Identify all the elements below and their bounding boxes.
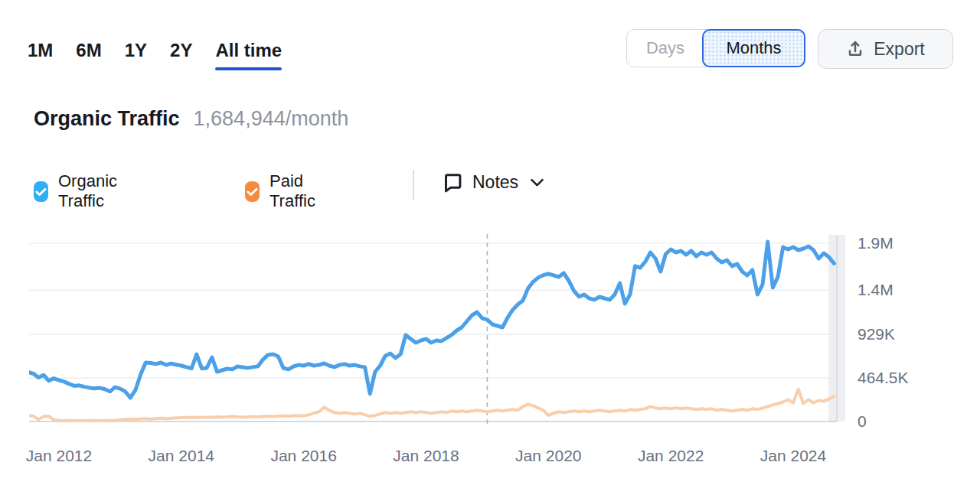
checkmark-icon <box>245 184 260 199</box>
tab-all-time[interactable]: All time <box>215 40 282 70</box>
y-axis-label: 929K <box>858 325 895 343</box>
days-toggle-button[interactable]: Days <box>627 30 704 66</box>
x-axis-label: Jan 2014 <box>149 447 214 465</box>
organic-traffic-toggle[interactable]: Organic Traffic <box>34 171 123 211</box>
metric-title: Organic Traffic <box>34 107 180 131</box>
x-axis-label: Jan 2020 <box>515 447 581 465</box>
notes-dropdown[interactable]: Notes <box>441 171 545 194</box>
export-button[interactable]: Export <box>818 29 953 69</box>
organic-legend-label: Organic Traffic <box>58 171 123 211</box>
export-button-label: Export <box>874 39 924 60</box>
granularity-toggle: Days Months <box>626 29 805 67</box>
tab-2y[interactable]: 2Y <box>170 40 192 70</box>
x-axis-label: Jan 2016 <box>270 447 336 465</box>
speech-bubble-icon <box>441 171 463 194</box>
x-axis-label: Jan 2018 <box>393 447 459 465</box>
paid-checkbox[interactable] <box>245 181 260 202</box>
y-axis-label: 0 <box>858 412 867 431</box>
x-axis-label: Jan 2024 <box>760 447 826 465</box>
y-axis-label: 1.4M <box>858 281 893 299</box>
legend-divider <box>413 170 414 200</box>
organic-checkbox[interactable] <box>34 181 48 202</box>
checkmark-icon <box>34 184 48 199</box>
paid-legend-label: Paid Traffic <box>270 171 322 211</box>
organic-traffic-widget: 1M 6M 1Y 2Y All time Days Months Export … <box>0 0 980 498</box>
y-axis-label: 1.9M <box>858 234 893 252</box>
paid-traffic-toggle[interactable]: Paid Traffic <box>245 171 322 211</box>
y-axis-label: 464.5K <box>858 369 909 387</box>
metric-value: 1,684,944/month <box>194 107 349 131</box>
chevron-down-icon <box>529 177 545 188</box>
tab-1y[interactable]: 1Y <box>125 40 147 70</box>
x-axis-label: Jan 2022 <box>638 447 704 465</box>
upload-icon <box>846 40 864 58</box>
date-range-tabs: 1M 6M 1Y 2Y All time <box>28 40 282 70</box>
tab-6m[interactable]: 6M <box>76 40 101 70</box>
tab-1m[interactable]: 1M <box>28 40 53 70</box>
months-toggle-button[interactable]: Months <box>702 29 805 67</box>
x-axis-label: Jan 2012 <box>26 447 92 465</box>
traffic-chart-svg[interactable] <box>29 232 846 426</box>
notes-label: Notes <box>472 172 518 193</box>
metric-header: Organic Traffic 1,684,944/month <box>34 107 348 131</box>
